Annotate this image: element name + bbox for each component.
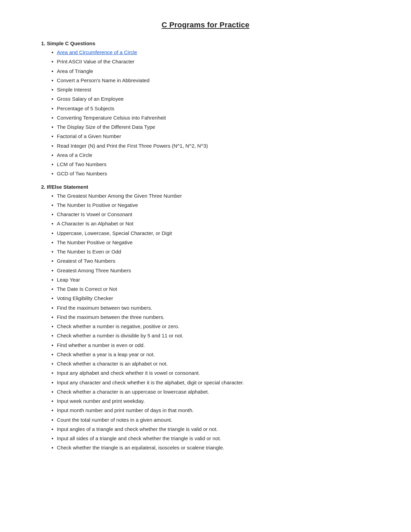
list-item-text: Simple Interest [57,86,91,94]
list-item-text: A Character Is an Alphabet or Not [57,220,133,227]
list-item-text: Uppercase, Lowercase, Special Character,… [57,229,172,237]
list-item: Greatest Among Three Numbers [51,267,370,274]
list-item: Leap Year [51,276,370,284]
list-item: Check whether a character is an uppercas… [51,388,370,396]
list-item-text: Input any character and check whether it… [57,379,244,386]
list-item-text: Convert a Person's Name in Abbreviated [57,76,150,84]
list-item: LCM of Two Numbers [51,160,370,168]
list-item: Check whether the triangle is an equilat… [51,444,370,451]
list-item: Greatest of Two Numbers [51,257,370,265]
list-item: Percentage of 5 Subjects [51,104,370,112]
list-item: Area of Triangle [51,67,370,75]
list-item-text: Print ASCII Value of the Character [57,58,135,65]
list-item-text: Count the total number of notes in a giv… [57,416,172,424]
list-item-text: Check whether the triangle is an equilat… [57,444,224,451]
list-item-text: The Number Is Even or Odd [57,248,121,256]
list-item: Find whether a number is even or odd. [51,341,370,349]
list-item-text: Input any alphabet and check whether it … [57,369,200,377]
list-item-text: Check whether a character is an alphabet… [57,360,168,368]
list-item-text: Factorial of a Given Number [57,132,121,140]
list-item: The Number Is Even or Odd [51,248,370,256]
list-item: Check whether a number is negative, posi… [51,322,370,330]
list-item: Read Integer (N) and Print the First Thr… [51,142,370,150]
list-item: Input any character and check whether it… [51,379,370,386]
list-item-text: The Date Is Correct or Not [57,285,117,293]
page-title: C Programs for Practice [41,21,370,29]
list-item: Input angles of a triangle and check whe… [51,425,370,433]
list-item: Find the maximum between the three numbe… [51,313,370,321]
list-item-text: LCM of Two Numbers [57,160,107,168]
list-item: Factorial of a Given Number [51,132,370,140]
list-item: Convert a Person's Name in Abbreviated [51,76,370,84]
list-item: Converting Temperature Celsius into Fahr… [51,114,370,122]
section-heading-ifelse: 2. If/Else Statement [41,184,370,190]
list-item-text: Input month number and print number of d… [57,406,194,414]
list-item-text: Find whether a number is even or odd. [57,341,145,349]
list-item-text: Input all sides of a triangle and check … [57,434,221,442]
list-item-text: Greatest Among Three Numbers [57,267,131,274]
list-item: Input any alphabet and check whether it … [51,369,370,377]
list-item-text: Check whether a character is an uppercas… [57,388,209,396]
list-item: Simple Interest [51,86,370,94]
list-item-text: Area of a Circle [57,151,92,159]
list-item-text: Check whether a number is divisible by 5… [57,332,183,339]
list-item: Check whether a year is a leap year or n… [51,350,370,358]
list-item: Count the total number of notes in a giv… [51,416,370,424]
list-item-text: Find the maximum between the three numbe… [57,313,164,321]
list-item: Check whether a number is divisible by 5… [51,332,370,339]
list-item-text: Input week number and print weekday. [57,397,145,405]
list-item: GCD of Two Numbers [51,170,370,177]
list-item-text: Voting Eligibility Checker [57,294,113,302]
section-heading-simple-c: 1. Simple C Questions [41,40,370,46]
list-item-text: Gross Salary of an Employee [57,95,124,103]
list-item: Gross Salary of an Employee [51,95,370,103]
list-item-text: The Display Size of the Different Data T… [57,123,155,131]
list-item-text: Read Integer (N) and Print the First Thr… [57,142,208,150]
list-item-text: Leap Year [57,276,80,284]
list-item: Uppercase, Lowercase, Special Character,… [51,229,370,237]
list-item-text: Input angles of a triangle and check whe… [57,425,217,433]
list-item: Area of a Circle [51,151,370,159]
sections-container: 1. Simple C QuestionsArea and Circumfere… [41,40,370,452]
list-item-text: The Number Positive or Negative [57,238,133,246]
list-item-text: The Greatest Number Among the Given Thre… [57,192,182,200]
list-item: Input month number and print number of d… [51,406,370,414]
list-item-text: Character Is Vowel or Consonant [57,210,132,218]
list-item: A Character Is an Alphabet or Not [51,220,370,227]
list-item-text: The Number Is Positive or Negative [57,201,138,209]
list-item: Check whether a character is an alphabet… [51,360,370,368]
list-item: Find the maximum between two numbers. [51,304,370,312]
section-ifelse: 2. If/Else StatementThe Greatest Number … [41,184,370,452]
list-item: Print ASCII Value of the Character [51,58,370,65]
list-item: The Display Size of the Different Data T… [51,123,370,131]
list-item-text: Check whether a number is negative, posi… [57,322,179,330]
list-item-text: Area of Triangle [57,67,93,75]
list-item: Input all sides of a triangle and check … [51,434,370,442]
bullet-list-ifelse: The Greatest Number Among the Given Thre… [41,192,370,452]
list-item: Input week number and print weekday. [51,397,370,405]
list-item-text: Percentage of 5 Subjects [57,104,114,112]
list-item-link[interactable]: Area and Circumference of a Circle [57,48,137,56]
list-item-text: Find the maximum between two numbers. [57,304,152,312]
list-item-text: GCD of Two Numbers [57,170,107,177]
list-item[interactable]: Area and Circumference of a Circle [51,48,370,56]
section-simple-c: 1. Simple C QuestionsArea and Circumfere… [41,40,370,178]
list-item: The Greatest Number Among the Given Thre… [51,192,370,200]
list-item: The Number Positive or Negative [51,238,370,246]
list-item: The Number Is Positive or Negative [51,201,370,209]
list-item-text: Check whether a year is a leap year or n… [57,350,155,358]
list-item-text: Greatest of Two Numbers [57,257,115,265]
bullet-list-simple-c: Area and Circumference of a CirclePrint … [41,48,370,178]
list-item: The Date Is Correct or Not [51,285,370,293]
list-item: Voting Eligibility Checker [51,294,370,302]
list-item-text: Converting Temperature Celsius into Fahr… [57,114,166,122]
list-item: Character Is Vowel or Consonant [51,210,370,218]
